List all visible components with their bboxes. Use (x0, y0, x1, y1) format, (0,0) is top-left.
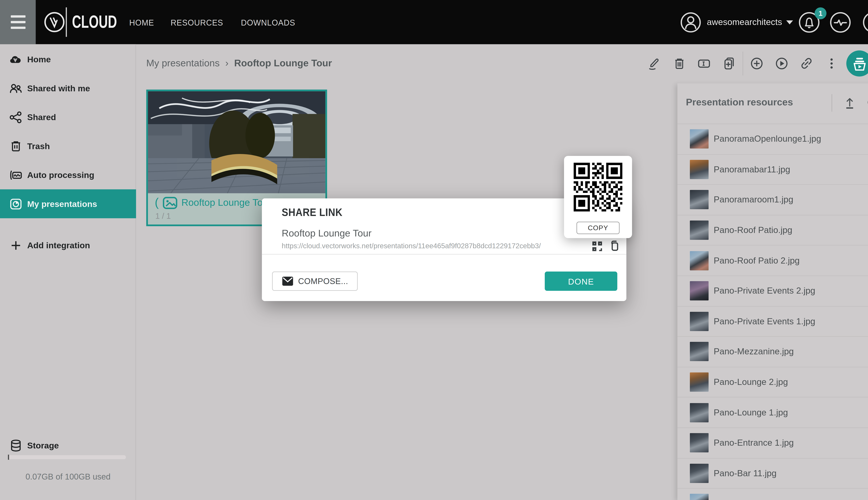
sidebar-item-label: Trash (27, 141, 50, 151)
qr-copy-button[interactable]: COPY (576, 222, 619, 234)
storage-database-icon (9, 439, 23, 452)
duplicate-icon (722, 57, 736, 70)
sidebar-item-label: Add integration (27, 240, 90, 250)
rename-icon (697, 57, 711, 70)
hamburger-icon (10, 15, 25, 18)
resource-list-item[interactable]: Pano-Bar 11.jpg (677, 458, 868, 488)
activity-pulse-icon (830, 12, 851, 33)
resource-list-item[interactable]: Pano-Private Events 1.jpg (677, 306, 868, 336)
brand-name: CLOUD (72, 0, 117, 44)
storage-progress-fill (8, 455, 9, 460)
cloud-home-icon (9, 53, 23, 66)
qr-code-icon (592, 241, 602, 251)
qr-code-popover: COPY (564, 156, 632, 238)
copy-url-button[interactable] (608, 239, 621, 253)
present-fab-button[interactable] (846, 50, 868, 77)
resource-filename: Pano-Private Events 2.jpg (714, 286, 815, 296)
resource-list-item[interactable]: Pano-Lounge 2.jpg (677, 367, 868, 397)
sidebar-item-shared-with-me[interactable]: Shared with me (0, 73, 136, 103)
storage-label: Storage (27, 441, 59, 450)
storage-progress-bar (8, 455, 126, 459)
sidebar-item-my-presentations[interactable]: My presentations (0, 190, 136, 218)
modal-divider (262, 254, 627, 254)
sidebar-item-label: Shared with me (27, 83, 90, 93)
edit-button[interactable] (642, 51, 667, 76)
sidebar-item-label: Home (27, 54, 51, 64)
resource-list-item[interactable]: Panoramabar11.jpg (677, 154, 868, 184)
compose-label: COMPOSE... (298, 276, 348, 286)
nav-home[interactable]: HOME (129, 18, 154, 27)
rename-button[interactable] (692, 51, 717, 76)
logo-divider (66, 7, 67, 37)
share-url: https://cloud.vectorworks.net/presentati… (282, 242, 541, 250)
card-page-counter: 1 / 1 (156, 212, 171, 220)
resource-thumbnail (690, 281, 709, 300)
account-menu[interactable]: awesomearchitects (680, 0, 793, 44)
more-options-button[interactable] (819, 51, 844, 76)
plus-circle-icon (750, 57, 764, 70)
breadcrumb-parent[interactable]: My presentations (146, 58, 220, 69)
trash-icon (9, 139, 23, 153)
v-circle-logo-icon (43, 11, 66, 34)
show-qr-button[interactable] (590, 239, 604, 253)
breadcrumb-separator: › (225, 58, 229, 69)
resources-file-list: PanoramaOpenlounge1.jpg Panoramabar11.jp… (677, 124, 868, 500)
upload-resource-button[interactable] (840, 93, 860, 114)
resource-thumbnail (690, 190, 709, 209)
sidebar-item-auto-processing[interactable]: Auto processing (0, 160, 136, 190)
sidebar-item-label: Shared (27, 112, 56, 122)
resource-list-item[interactable]: PanoramaOpenlounge1.jpg (677, 124, 868, 154)
resource-list-item[interactable]: Pano-Bar 2.jpg (677, 488, 868, 500)
panorama-image-icon (163, 197, 178, 209)
kebab-menu-icon (825, 57, 838, 70)
resource-filename: Pano-Mezzanine.jpg (714, 347, 794, 357)
resource-list-item[interactable]: Pano-Roof Patio.jpg (677, 215, 868, 245)
compose-email-button[interactable]: COMPOSE... (272, 272, 358, 291)
sidebar-item-trash[interactable]: Trash (0, 132, 136, 161)
resource-thumbnail (690, 342, 709, 361)
resource-list-item[interactable]: Pano-Lounge 1.jpg (677, 397, 868, 428)
resource-list-item[interactable]: Pano-Roof Patio 2.jpg (677, 245, 868, 275)
nav-resources[interactable]: RESOURCES (170, 18, 223, 27)
search-icon (866, 96, 868, 110)
resource-list-item[interactable]: Pano-Private Events 2.jpg (677, 275, 868, 306)
resource-thumbnail (690, 311, 709, 331)
resource-thumbnail (690, 494, 709, 500)
activity-button[interactable] (830, 12, 851, 33)
sidebar-add-integration[interactable]: Add integration (0, 231, 136, 260)
duplicate-button[interactable] (717, 51, 741, 76)
upload-icon (843, 96, 857, 110)
notifications-button[interactable]: 1 (799, 12, 833, 35)
resource-thumbnail (690, 129, 709, 149)
resource-list-item[interactable]: Pano-Mezzanine.jpg (677, 336, 868, 367)
help-button[interactable]: ? (863, 12, 868, 33)
play-button[interactable] (769, 51, 794, 76)
link-icon (800, 57, 813, 70)
vectorworks-logo[interactable] (43, 0, 66, 44)
done-button[interactable]: DONE (545, 272, 617, 291)
resource-filename: Panoramaroom1.jpg (714, 195, 793, 205)
sidebar-item-home[interactable]: Home (0, 45, 136, 74)
breadcrumb-current: Rooftop Lounge Tour (234, 58, 332, 69)
resource-thumbnail (690, 464, 709, 483)
search-resources-button[interactable] (863, 93, 868, 114)
sidebar: Home Shared with me Shared (0, 44, 136, 500)
trash-icon (673, 57, 686, 70)
resource-filename: PanoramaOpenlounge1.jpg (714, 134, 821, 144)
add-button[interactable] (744, 51, 769, 76)
sidebar-item-shared[interactable]: Shared (0, 103, 136, 132)
hamburger-menu-button[interactable] (0, 0, 36, 44)
card-title: Rooftop Lounge Tour (181, 197, 271, 208)
share-nodes-icon (9, 110, 23, 124)
delete-button[interactable] (667, 51, 692, 76)
help-icon: ? (863, 12, 868, 33)
resource-thumbnail (690, 220, 709, 240)
sidebar-item-label: My presentations (27, 199, 97, 209)
resource-filename: Pano-Roof Patio.jpg (714, 225, 792, 236)
presentation-toolbar (642, 51, 868, 76)
share-link-button[interactable] (794, 51, 819, 76)
nav-downloads[interactable]: DOWNLOADS (241, 18, 296, 27)
resource-list-item[interactable]: Pano-Entrance 1.jpg (677, 428, 868, 458)
resource-thumbnail (690, 160, 709, 179)
resource-list-item[interactable]: Panoramaroom1.jpg (677, 184, 868, 215)
